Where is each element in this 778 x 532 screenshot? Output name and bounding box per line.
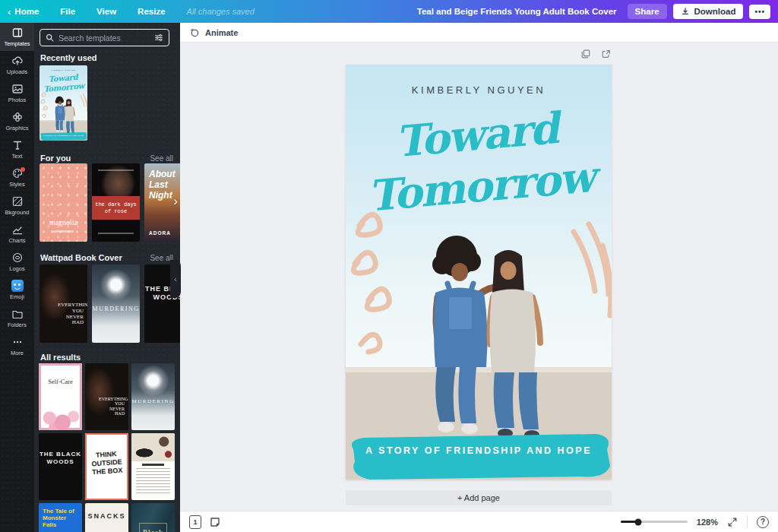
teal-brush-banner: [352, 434, 610, 480]
status-bar: 1 128% ?: [180, 511, 778, 532]
sidebar-item-styles[interactable]: Styles: [0, 163, 34, 192]
template-thumbnail-think-outside[interactable]: Think Outside the Box: [85, 433, 128, 500]
file-menu[interactable]: File: [60, 7, 75, 16]
object-panel-rail: Templates Uploads Photos Graphics Text S…: [0, 23, 34, 532]
emoji-icon: [11, 280, 24, 292]
cover-tagline[interactable]: A STORY OF FRIENDSHIP AND HOPE: [346, 445, 612, 456]
collage-title-bar: [142, 464, 164, 466]
resize-menu[interactable]: Resize: [138, 7, 165, 16]
graphics-icon: [11, 111, 24, 123]
duplicate-page-icon[interactable]: [580, 49, 591, 62]
templates-panel: Recently used: [34, 23, 180, 532]
autosave-status: All changes saved: [187, 7, 255, 16]
sidebar-item-background[interactable]: Bkground: [0, 192, 34, 220]
download-button[interactable]: Download: [673, 4, 744, 19]
zoom-level: 128%: [697, 518, 718, 527]
home-label: Home: [14, 7, 39, 16]
thumbnail-title: The Tale of Monster Falls: [43, 508, 74, 529]
search-input[interactable]: [59, 33, 150, 43]
rail-label: Text: [12, 153, 23, 160]
collage-photo-art: [131, 433, 175, 461]
template-thumbnail-black-woods[interactable]: The Black Woods: [39, 433, 82, 500]
carousel-next-icon[interactable]: ›: [173, 195, 178, 207]
home-button[interactable]: ‹ Home: [8, 7, 39, 17]
rail-label: Templates: [4, 40, 30, 47]
sidebar-item-uploads[interactable]: Uploads: [0, 51, 34, 79]
export-page-icon[interactable]: [601, 49, 612, 62]
thumbnail-title: the dark days of rose: [93, 201, 138, 215]
background-icon: [11, 195, 24, 207]
more-icon: [11, 336, 24, 348]
sidebar-item-folders[interactable]: Folders: [0, 304, 34, 332]
rail-label: Uploads: [7, 68, 28, 75]
rail-label: Emoji: [10, 293, 24, 300]
page-indicator[interactable]: 1: [189, 515, 201, 529]
template-thumbnail-everything[interactable]: Everything You Never Had: [40, 264, 87, 343]
template-thumbnail-collage[interactable]: [131, 433, 175, 500]
help-button[interactable]: ?: [757, 516, 769, 528]
rail-label: Photos: [8, 97, 26, 103]
sidebar-item-graphics[interactable]: Graphics: [0, 107, 34, 135]
rail-label: Logos: [9, 265, 24, 272]
template-thumbnail-dark-days[interactable]: the dark days of rose: [92, 163, 140, 242]
notes-icon[interactable]: [209, 516, 221, 528]
sidebar-item-emoji[interactable]: Emoji: [0, 276, 34, 304]
search-box[interactable]: [40, 29, 169, 46]
template-thumbnail-black-wood[interactable]: Black Wood: [131, 503, 175, 532]
charts-icon: [11, 223, 24, 236]
add-page-button[interactable]: + Add page: [346, 490, 612, 505]
flowers-art: [39, 400, 82, 430]
sidebar-item-more[interactable]: More: [0, 332, 34, 360]
decorative-line: [98, 169, 134, 171]
collage-text-lines: [136, 468, 170, 496]
sidebar-item-text[interactable]: Text: [0, 135, 34, 163]
thumbnail-title: MURDERING: [131, 398, 175, 404]
thumbnail-title: The Black Woods: [39, 451, 82, 467]
sidebar-item-templates[interactable]: Templates: [0, 23, 34, 51]
recently-used-thumbnail[interactable]: KIMBERLY NGUYEN Toward Tomorrow A STORY …: [40, 65, 87, 141]
animate-button[interactable]: Animate: [189, 27, 238, 38]
fullscreen-icon[interactable]: [727, 517, 738, 527]
sidebar-item-photos[interactable]: Photos: [0, 79, 34, 107]
top-menu-bar: ‹ Home File View Resize All changes save…: [0, 0, 778, 23]
thumbnail-title: Self-Care: [39, 378, 82, 385]
share-button[interactable]: Share: [628, 4, 667, 19]
template-thumbnail-self-care[interactable]: Self-Care: [39, 363, 82, 430]
canvas-scroll-area[interactable]: KIMBERLY NGUYEN Toward Tomorrow A STORY …: [180, 43, 778, 511]
template-thumbnail-snacks[interactable]: SNACKS: [85, 503, 128, 532]
thumbnail-author: [40, 335, 87, 339]
view-menu[interactable]: View: [96, 7, 116, 16]
for-you-see-all[interactable]: See all: [150, 154, 173, 163]
editor-work-area: Animate: [180, 23, 778, 532]
document-title[interactable]: Teal and Beige Friends Young Adult Book …: [417, 7, 617, 16]
sidebar-item-charts[interactable]: Charts: [0, 220, 34, 248]
search-icon: [45, 33, 55, 43]
template-thumbnail-murdering[interactable]: MURDERING: [131, 363, 175, 430]
template-thumbnail-magnolia[interactable]: magnolia: [40, 163, 87, 242]
section-title-for-you: For you: [40, 154, 71, 163]
animate-icon: [189, 27, 200, 38]
thumbnail-title: Black Wood: [139, 523, 167, 532]
cover-tagline: A STORY OF FRIENDSHIP AND HOPE: [40, 135, 87, 137]
zoom-slider[interactable]: [621, 521, 688, 523]
rail-label: Folders: [8, 321, 27, 328]
panel-collapse-handle[interactable]: ‹: [170, 260, 181, 298]
canva-editor: ‹ Home File View Resize All changes save…: [0, 0, 778, 532]
template-thumbnail-monster-falls[interactable]: The Tale of Monster Falls: [39, 503, 82, 532]
mini-cover: KIMBERLY NGUYEN Toward Tomorrow A STORY …: [40, 65, 87, 141]
design-page-1[interactable]: KIMBERLY NGUYEN Toward Tomorrow A STORY …: [346, 65, 612, 480]
uploads-icon: [11, 55, 24, 67]
thumbnail-title: SNACKS: [85, 512, 128, 520]
filter-icon[interactable]: [153, 33, 164, 43]
logos-icon: [11, 252, 24, 264]
rail-label: More: [11, 350, 24, 356]
more-options-button[interactable]: •••: [749, 5, 770, 19]
text-icon: [11, 139, 24, 151]
zoom-slider-thumb[interactable]: [634, 518, 641, 525]
photos-icon: [11, 83, 24, 95]
template-thumbnail-murdering[interactable]: MURDERING: [92, 264, 140, 343]
thumbnail-title: Everything You Never Had: [99, 397, 125, 416]
template-thumbnail-everything[interactable]: Everything You Never Had: [85, 363, 128, 430]
cover-author[interactable]: KIMBERLY NGUYEN: [346, 84, 612, 96]
sidebar-item-logos[interactable]: Logos: [0, 248, 34, 276]
